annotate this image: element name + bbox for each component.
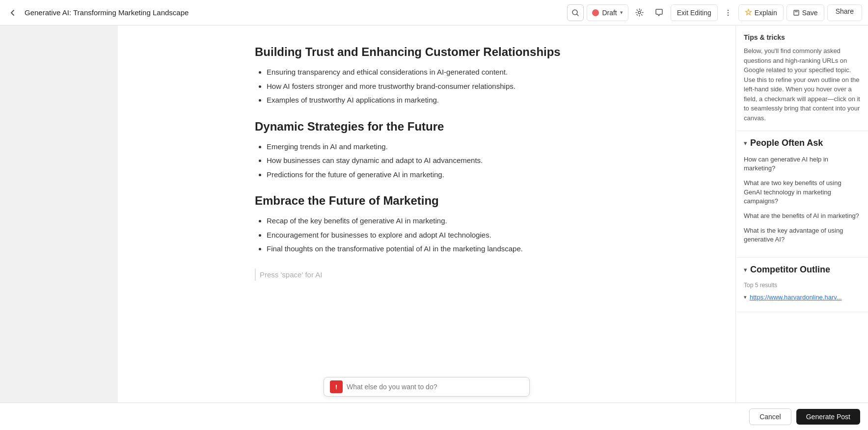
tips-section: Tips & tricks Below, you'll find commonl… — [736, 26, 868, 131]
status-dot — [592, 9, 599, 16]
save-button[interactable]: Save — [787, 4, 824, 21]
topbar-left: Generative AI: Transforming Marketing La… — [6, 6, 563, 20]
topbar: Generative AI: Transforming Marketing La… — [0, 0, 868, 26]
section3-heading: Embrace the Future of Marketing — [255, 194, 598, 208]
svg-rect-6 — [795, 10, 798, 12]
competitor-outline-section: ▾ Competitor Outline Top 5 results ▾ htt… — [736, 258, 868, 312]
poa-item[interactable]: What is the key advantage of using gener… — [744, 226, 860, 244]
exit-editing-button[interactable]: Exit Editing — [671, 4, 718, 21]
status-chevron-icon: ▾ — [620, 9, 623, 16]
poa-item[interactable]: What are two key benefits of using GenAI… — [744, 179, 860, 206]
list-item: Emerging trends in AI and marketing. — [267, 141, 598, 153]
competitor-link-text[interactable]: https://www.harvardonline.harv... — [750, 294, 842, 301]
status-label: Draft — [602, 9, 617, 17]
comment-button[interactable] — [651, 4, 668, 21]
action-bar: Cancel Generate Post — [0, 403, 868, 430]
editor-content: Building Trust and Enhancing Customer Re… — [255, 45, 598, 281]
share-button[interactable]: Share — [827, 4, 862, 21]
ai-input-container: ! — [324, 377, 530, 397]
ai-icon: ! — [330, 380, 343, 393]
svg-point-1 — [638, 11, 641, 14]
poa-item[interactable]: What are the benefits of AI in marketing… — [744, 212, 860, 220]
list-item: Final thoughts on the transformative pot… — [267, 243, 598, 255]
editor-area[interactable]: Building Trust and Enhancing Customer Re… — [118, 26, 735, 403]
list-item: How businesses can stay dynamic and adap… — [267, 155, 598, 166]
list-item: Ensuring transparency and ethical consid… — [267, 67, 598, 78]
list-item: Recap of the key benefits of generative … — [267, 215, 598, 227]
save-label: Save — [802, 9, 818, 17]
back-button[interactable] — [6, 6, 20, 20]
tips-title: Tips & tricks — [744, 33, 860, 41]
poa-section-header[interactable]: ▾ People Often Ask — [744, 138, 860, 148]
list-item: Examples of trustworthy AI applications … — [267, 95, 598, 106]
section2-list: Emerging trends in AI and marketing. How… — [255, 141, 598, 181]
press-space-hint[interactable]: Press 'space' for AI — [255, 269, 598, 281]
settings-button[interactable] — [631, 4, 648, 21]
document-title: Generative AI: Transforming Marketing La… — [25, 8, 189, 17]
main-layout: Building Trust and Enhancing Customer Re… — [0, 26, 868, 403]
svg-point-2 — [728, 9, 729, 10]
more-options-button[interactable] — [721, 5, 735, 20]
generate-post-button[interactable]: Generate Post — [796, 409, 860, 425]
topbar-right: Draft ▾ Exit Editing — [567, 4, 862, 21]
ai-input-bar: ! — [118, 371, 735, 403]
competitor-section-title: Competitor Outline — [750, 265, 830, 275]
explain-button[interactable]: Explain — [738, 4, 784, 21]
tips-text: Below, you'll find commonly asked questi… — [744, 46, 860, 123]
cancel-button[interactable]: Cancel — [749, 408, 791, 425]
section2-heading: Dynamic Strategies for the Future — [255, 120, 598, 134]
list-item: Predictions for the future of generative… — [267, 169, 598, 181]
competitor-chevron-icon: ▾ — [744, 266, 747, 273]
competitor-link-chevron-icon: ▾ — [744, 294, 747, 300]
ai-icon-label: ! — [335, 383, 337, 391]
poa-item[interactable]: How can generative AI help in marketing? — [744, 155, 860, 173]
competitor-section-header[interactable]: ▾ Competitor Outline — [744, 265, 860, 275]
section1-heading: Building Trust and Enhancing Customer Re… — [255, 45, 598, 59]
section3-list: Recap of the key benefits of generative … — [255, 215, 598, 255]
exit-editing-label: Exit Editing — [677, 9, 711, 17]
poa-chevron-icon: ▾ — [744, 139, 747, 147]
top-results-label: Top 5 results — [744, 282, 860, 289]
left-sidebar — [0, 26, 118, 403]
right-panel: Tips & tricks Below, you'll find commonl… — [735, 26, 868, 403]
poa-section-title: People Often Ask — [750, 138, 823, 148]
share-label: Share — [836, 7, 854, 15]
explain-label: Explain — [755, 9, 777, 17]
svg-point-3 — [728, 12, 729, 13]
status-dropdown[interactable]: Draft ▾ — [587, 4, 628, 21]
ai-input-field[interactable] — [347, 383, 523, 391]
people-often-ask-section: ▾ People Often Ask How can generative AI… — [736, 131, 868, 258]
competitor-link-item[interactable]: ▾ https://www.harvardonline.harv... — [744, 294, 860, 301]
list-item: Encouragement for businesses to explore … — [267, 230, 598, 241]
search-button[interactable] — [567, 4, 584, 21]
section1-list: Ensuring transparency and ethical consid… — [255, 67, 598, 106]
svg-point-4 — [728, 14, 729, 15]
list-item: How AI fosters stronger and more trustwo… — [267, 81, 598, 92]
